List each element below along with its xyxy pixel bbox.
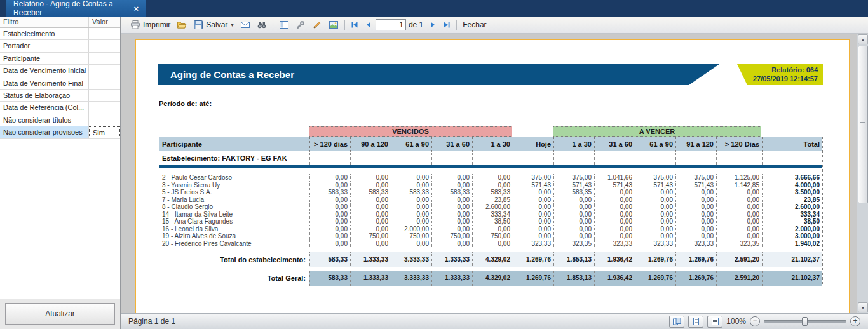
amount-cell: 333,34 [472, 211, 513, 218]
participant-row-0: 2 - Paulo Cesar Cardoso0,000,000,000,000… [159, 174, 822, 182]
zoom-slider-thumb[interactable] [802, 317, 808, 326]
column-header-7: 1 a 30 [553, 137, 594, 151]
filter-row-4[interactable]: Data de Vencimento Final [0, 77, 120, 90]
watermark-button[interactable] [325, 18, 342, 31]
amount-cell: 0,00 [391, 182, 431, 189]
amount-cell: 0,00 [472, 174, 513, 182]
filter-value-cell[interactable] [89, 90, 120, 101]
column-header-4: 31 a 60 [431, 137, 472, 151]
total-general-amount-cell: 1.853,13 [553, 271, 594, 286]
scroll-down-icon[interactable]: ▼ [858, 302, 868, 312]
filter-value-cell[interactable] [89, 102, 120, 113]
filter-value-cell[interactable] [89, 40, 120, 51]
scrollbar-thumb[interactable] [858, 46, 868, 203]
amount-cell: 0,00 [675, 189, 716, 196]
amount-cell: 375,00 [513, 174, 553, 182]
amount-cell: 0,00 [635, 203, 675, 211]
next-page-button[interactable] [426, 20, 440, 30]
amount-cell: 0,00 [675, 225, 716, 233]
filter-value-cell[interactable]: Sim [89, 126, 120, 138]
column-header-12: Total [762, 137, 822, 151]
filter-row-1[interactable]: Portador [0, 40, 120, 52]
report-stamp: Relatório: 064 27/05/2019 12:14:57 [737, 64, 823, 85]
amount-cell: 2.600,00 [472, 203, 513, 211]
search-button[interactable] [254, 18, 270, 31]
zoom-in-button[interactable]: + [850, 316, 860, 326]
filter-row-3[interactable]: Data de Vencimento Inicial [0, 65, 120, 77]
participant-name: 14 - Itamar da Silva Leite [159, 211, 309, 218]
customize-button[interactable] [292, 18, 309, 31]
amount-cell: 0,00 [716, 225, 762, 233]
filter-value-cell[interactable] [89, 65, 120, 76]
amount-cell: 0,00 [553, 218, 594, 225]
filter-row-6[interactable]: Data de Referência (Col... [0, 102, 120, 114]
save-label: Salvar [206, 20, 227, 29]
scroll-up-icon[interactable]: ▲ [858, 34, 868, 44]
update-button[interactable]: Atualizar [5, 303, 115, 325]
amount-cell: 0,00 [675, 196, 716, 204]
zoom-out-button[interactable]: − [750, 316, 760, 326]
amount-cell: 571,43 [635, 182, 675, 189]
aging-table: VENCIDOS A VENCER Participante> 120 dias… [159, 126, 823, 286]
amount-cell: 2.000,00 [391, 225, 431, 233]
save-button[interactable]: Salvar ▾ [190, 18, 237, 31]
email-button[interactable] [237, 18, 254, 31]
amount-cell: 0,00 [594, 232, 635, 240]
amount-cell: 0,00 [431, 225, 472, 233]
total-general-amount-cell: 1.269,76 [675, 271, 716, 286]
filter-value[interactable]: Sim [89, 126, 120, 138]
facing-pages-view-button[interactable] [669, 316, 684, 328]
participant-row-2: 5 - JS Freios S.A.583,33583,33583,33583,… [159, 189, 822, 196]
zoom-slider[interactable] [764, 320, 846, 323]
filter-row-8[interactable]: Não considerar provisõesSim [0, 126, 120, 138]
amount-cell: 38,50 [762, 218, 822, 225]
column-header-10: 91 a 120 [675, 137, 716, 151]
report-viewer-window: Relatório - Aging de Contas a Receber × … [0, 0, 868, 329]
filter-row-5[interactable]: Status de Elaboração [0, 90, 120, 102]
preview-toolbar: Imprimir Salvar ▾ [121, 17, 868, 34]
total-general-amount-cell: 21.102,37 [762, 271, 822, 286]
amount-cell: 0,00 [431, 182, 472, 189]
save-dropdown-caret-icon[interactable]: ▾ [231, 22, 234, 28]
filter-row-2[interactable]: Participante [0, 53, 120, 65]
amount-cell: 323,33 [675, 240, 716, 248]
vertical-scrollbar[interactable]: ▲ ▼ [857, 34, 868, 313]
print-button[interactable]: Imprimir [127, 18, 173, 31]
first-page-button[interactable] [348, 20, 362, 30]
amount-cell: 0,00 [431, 240, 472, 248]
total-general-amount-cell: 1.333,33 [350, 271, 391, 286]
previous-page-button[interactable] [362, 20, 376, 30]
participant-row-3: 7 - Maria Lucia0,000,000,000,0023,850,00… [159, 196, 822, 204]
next-page-icon [429, 21, 437, 29]
amount-cell: 0,00 [391, 211, 431, 218]
total-general-amount-cell: 4.329,02 [472, 271, 513, 286]
page-number-input[interactable] [376, 19, 406, 30]
filter-value-cell[interactable] [89, 53, 120, 64]
total-establishment-amount-cell: 583,33 [309, 252, 350, 267]
open-button[interactable] [173, 18, 190, 31]
email-icon [240, 20, 250, 30]
amount-cell: 0,00 [635, 196, 675, 204]
report-datetime: 27/05/2019 12:14:57 [737, 74, 818, 83]
total-general-row: Total Geral:583,331.333,333.333,331.333,… [159, 271, 822, 286]
filter-value-cell[interactable] [89, 114, 120, 126]
amount-cell: 0,00 [635, 225, 675, 233]
amount-cell: 0,00 [391, 218, 431, 225]
filter-value-cell[interactable] [89, 77, 120, 89]
filter-row-0[interactable]: Estabelecimento [0, 28, 120, 40]
continuous-view-button[interactable] [707, 316, 722, 328]
filter-row-7[interactable]: Não considerar títulos [0, 114, 120, 126]
thumbnails-panel-button[interactable] [276, 18, 292, 31]
edit-button[interactable] [309, 18, 325, 31]
column-header-9: 61 a 90 [635, 137, 675, 151]
table-main: Participante> 120 dias90 a 12061 a 9031 … [159, 137, 823, 286]
filter-value-cell[interactable] [89, 28, 120, 39]
last-page-button[interactable] [440, 20, 454, 30]
tab-close-icon[interactable]: × [132, 4, 140, 13]
close-preview-button[interactable]: Fechar [459, 19, 489, 30]
amount-cell: 375,00 [553, 174, 594, 182]
tab-aging-report[interactable]: Relatório - Aging de Contas a Receber × [6, 0, 146, 17]
single-page-view-button[interactable] [688, 316, 703, 328]
amount-cell: 0,00 [635, 232, 675, 240]
total-establishment-amount-cell: 1.269,76 [675, 252, 716, 267]
